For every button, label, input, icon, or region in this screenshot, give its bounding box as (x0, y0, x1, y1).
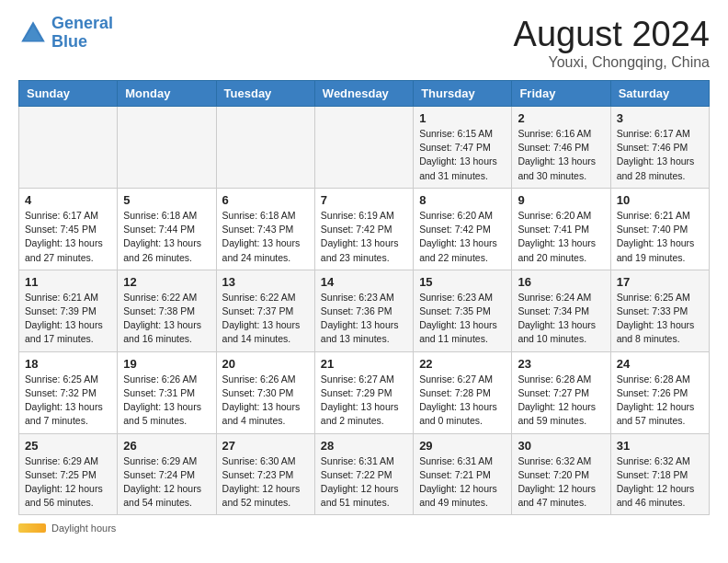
day-number: 9 (518, 193, 604, 207)
calendar-cell: 10Sunrise: 6:21 AM Sunset: 7:40 PM Dayli… (610, 188, 709, 270)
day-number: 26 (123, 439, 210, 453)
calendar-cell: 9Sunrise: 6:20 AM Sunset: 7:41 PM Daylig… (512, 188, 610, 270)
calendar-week-row: 1Sunrise: 6:15 AM Sunset: 7:47 PM Daylig… (19, 107, 710, 189)
day-number: 11 (25, 275, 111, 289)
day-info: Sunrise: 6:18 AM Sunset: 7:44 PM Dayligh… (123, 209, 210, 265)
calendar-cell: 8Sunrise: 6:20 AM Sunset: 7:42 PM Daylig… (414, 188, 512, 270)
day-number: 22 (419, 357, 506, 371)
calendar-cell: 19Sunrise: 6:26 AM Sunset: 7:31 PM Dayli… (118, 351, 216, 433)
day-info: Sunrise: 6:28 AM Sunset: 7:27 PM Dayligh… (518, 373, 604, 429)
day-info: Sunrise: 6:24 AM Sunset: 7:34 PM Dayligh… (518, 291, 604, 347)
title-area: August 2024 Youxi, Chongqing, China (514, 15, 710, 71)
day-number: 1 (419, 111, 506, 125)
day-number: 19 (123, 357, 210, 371)
day-number: 10 (617, 193, 703, 207)
day-number: 8 (419, 193, 506, 207)
weekday-header-sunday: Sunday (19, 81, 118, 107)
logo-line1: General (51, 14, 113, 32)
calendar-cell: 29Sunrise: 6:31 AM Sunset: 7:21 PM Dayli… (414, 433, 512, 515)
calendar-cell: 24Sunrise: 6:28 AM Sunset: 7:26 PM Dayli… (610, 351, 709, 433)
day-info: Sunrise: 6:19 AM Sunset: 7:42 PM Dayligh… (321, 209, 407, 265)
calendar-cell: 2Sunrise: 6:16 AM Sunset: 7:46 PM Daylig… (512, 107, 610, 189)
footer-note: Daylight hours (18, 523, 710, 534)
day-number: 5 (123, 193, 210, 207)
calendar-cell: 17Sunrise: 6:25 AM Sunset: 7:33 PM Dayli… (610, 270, 709, 351)
day-number: 14 (321, 275, 407, 289)
calendar-cell: 14Sunrise: 6:23 AM Sunset: 7:36 PM Dayli… (314, 270, 413, 351)
day-number: 17 (617, 275, 703, 289)
day-info: Sunrise: 6:26 AM Sunset: 7:30 PM Dayligh… (222, 373, 309, 429)
day-info: Sunrise: 6:27 AM Sunset: 7:28 PM Dayligh… (419, 373, 506, 429)
calendar-cell: 25Sunrise: 6:29 AM Sunset: 7:25 PM Dayli… (19, 433, 118, 515)
weekday-header-friday: Friday (512, 81, 610, 107)
calendar-cell: 30Sunrise: 6:32 AM Sunset: 7:20 PM Dayli… (512, 433, 610, 515)
calendar-cell: 26Sunrise: 6:29 AM Sunset: 7:24 PM Dayli… (118, 433, 216, 515)
day-info: Sunrise: 6:16 AM Sunset: 7:46 PM Dayligh… (518, 127, 604, 183)
day-number: 24 (617, 357, 703, 371)
day-number: 25 (25, 439, 111, 453)
day-number: 12 (123, 275, 210, 289)
calendar-cell: 21Sunrise: 6:27 AM Sunset: 7:29 PM Dayli… (314, 351, 413, 433)
calendar-cell: 6Sunrise: 6:18 AM Sunset: 7:43 PM Daylig… (216, 188, 314, 270)
day-number: 27 (222, 439, 309, 453)
day-info: Sunrise: 6:32 AM Sunset: 7:18 PM Dayligh… (617, 454, 703, 511)
day-info: Sunrise: 6:17 AM Sunset: 7:46 PM Dayligh… (617, 127, 703, 183)
day-info: Sunrise: 6:31 AM Sunset: 7:22 PM Dayligh… (321, 454, 407, 511)
day-info: Sunrise: 6:30 AM Sunset: 7:23 PM Dayligh… (222, 454, 309, 511)
day-info: Sunrise: 6:29 AM Sunset: 7:24 PM Dayligh… (123, 454, 210, 511)
calendar-cell (118, 107, 216, 189)
daylight-bar-icon (18, 523, 46, 533)
calendar-cell: 11Sunrise: 6:21 AM Sunset: 7:39 PM Dayli… (19, 270, 118, 351)
day-info: Sunrise: 6:31 AM Sunset: 7:21 PM Dayligh… (419, 454, 506, 511)
day-info: Sunrise: 6:18 AM Sunset: 7:43 PM Dayligh… (222, 209, 309, 265)
calendar-cell (19, 107, 118, 189)
calendar-cell: 22Sunrise: 6:27 AM Sunset: 7:28 PM Dayli… (414, 351, 512, 433)
day-number: 16 (518, 275, 604, 289)
logo-text: General Blue (51, 15, 113, 52)
day-info: Sunrise: 6:32 AM Sunset: 7:20 PM Dayligh… (518, 454, 604, 511)
day-info: Sunrise: 6:25 AM Sunset: 7:33 PM Dayligh… (617, 291, 703, 347)
location-title: Youxi, Chongqing, China (514, 54, 710, 71)
day-number: 2 (518, 111, 604, 125)
day-info: Sunrise: 6:22 AM Sunset: 7:38 PM Dayligh… (123, 291, 210, 347)
weekday-header-tuesday: Tuesday (216, 81, 314, 107)
weekday-header-thursday: Thursday (414, 81, 512, 107)
day-info: Sunrise: 6:29 AM Sunset: 7:25 PM Dayligh… (25, 454, 111, 511)
calendar-cell: 7Sunrise: 6:19 AM Sunset: 7:42 PM Daylig… (314, 188, 413, 270)
calendar-cell: 18Sunrise: 6:25 AM Sunset: 7:32 PM Dayli… (19, 351, 118, 433)
calendar-week-row: 4Sunrise: 6:17 AM Sunset: 7:45 PM Daylig… (19, 188, 710, 270)
day-info: Sunrise: 6:20 AM Sunset: 7:41 PM Dayligh… (518, 209, 604, 265)
weekday-header-row: SundayMondayTuesdayWednesdayThursdayFrid… (19, 81, 710, 107)
day-number: 30 (518, 439, 604, 453)
day-number: 23 (518, 357, 604, 371)
calendar-cell: 1Sunrise: 6:15 AM Sunset: 7:47 PM Daylig… (414, 107, 512, 189)
day-info: Sunrise: 6:26 AM Sunset: 7:31 PM Dayligh… (123, 373, 210, 429)
calendar-cell: 12Sunrise: 6:22 AM Sunset: 7:38 PM Dayli… (118, 270, 216, 351)
daylight-label: Daylight hours (51, 523, 116, 534)
day-info: Sunrise: 6:21 AM Sunset: 7:39 PM Dayligh… (25, 291, 111, 347)
calendar-cell: 15Sunrise: 6:23 AM Sunset: 7:35 PM Dayli… (414, 270, 512, 351)
day-number: 7 (321, 193, 407, 207)
calendar-cell: 3Sunrise: 6:17 AM Sunset: 7:46 PM Daylig… (610, 107, 709, 189)
day-info: Sunrise: 6:23 AM Sunset: 7:35 PM Dayligh… (419, 291, 506, 347)
day-number: 21 (321, 357, 407, 371)
day-number: 13 (222, 275, 309, 289)
day-number: 28 (321, 439, 407, 453)
weekday-header-wednesday: Wednesday (314, 81, 413, 107)
calendar-cell: 4Sunrise: 6:17 AM Sunset: 7:45 PM Daylig… (19, 188, 118, 270)
logo-icon (18, 18, 48, 48)
calendar-cell (216, 107, 314, 189)
day-number: 29 (419, 439, 506, 453)
day-info: Sunrise: 6:17 AM Sunset: 7:45 PM Dayligh… (25, 209, 111, 265)
day-info: Sunrise: 6:22 AM Sunset: 7:37 PM Dayligh… (222, 291, 309, 347)
calendar-cell: 16Sunrise: 6:24 AM Sunset: 7:34 PM Dayli… (512, 270, 610, 351)
logo: General Blue (18, 15, 113, 52)
day-info: Sunrise: 6:28 AM Sunset: 7:26 PM Dayligh… (617, 373, 703, 429)
day-info: Sunrise: 6:27 AM Sunset: 7:29 PM Dayligh… (321, 373, 407, 429)
calendar-cell: 31Sunrise: 6:32 AM Sunset: 7:18 PM Dayli… (610, 433, 709, 515)
logo-line2: Blue (51, 32, 87, 51)
calendar-week-row: 18Sunrise: 6:25 AM Sunset: 7:32 PM Dayli… (19, 351, 710, 433)
calendar-week-row: 25Sunrise: 6:29 AM Sunset: 7:25 PM Dayli… (19, 433, 710, 515)
day-number: 6 (222, 193, 309, 207)
day-number: 4 (25, 193, 111, 207)
